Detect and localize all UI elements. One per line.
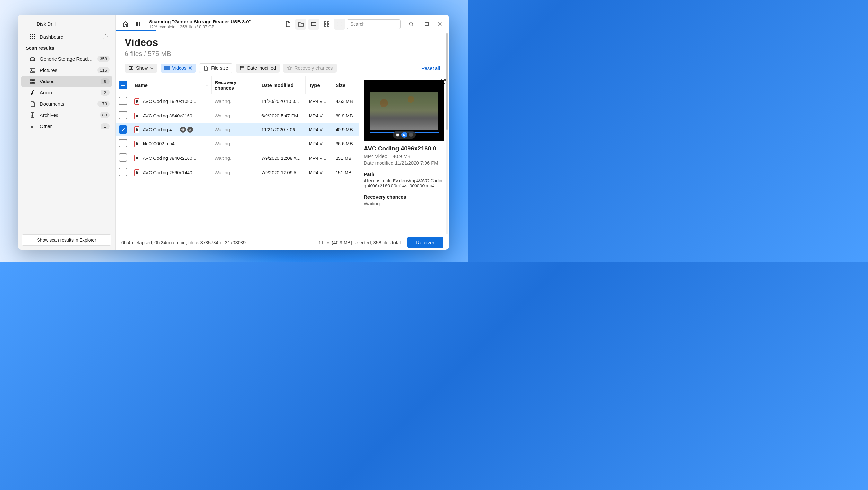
cell-date: 11/21/2020 7:06... [258,123,306,136]
prev-frame-icon[interactable]: ⏮ [396,133,400,137]
document-icon [30,101,35,107]
table-row[interactable]: AVC Coding 3840x2160...Waiting...7/9/202… [116,151,359,165]
svg-point-59 [130,66,131,67]
table-row[interactable]: AVC Coding 3840x2160...Waiting...6/9/202… [116,108,359,123]
play-icon[interactable]: ▶ [401,132,407,138]
svg-rect-8 [34,38,35,39]
sidebar-item-archives[interactable]: Archives 60 [18,109,115,121]
cell-date: 6/9/2020 5:47 PM [258,108,306,123]
row-checkbox[interactable] [119,111,127,119]
cell-size: 89.9 MB [332,108,359,123]
filter-label: Date modified [247,65,276,71]
search-box[interactable] [347,19,401,29]
sidebar: Disk Drill Dashboard Scan results Generi… [18,15,116,250]
show-in-explorer-button[interactable]: Show scan results in Explorer [22,234,112,246]
folder-button[interactable] [296,19,306,30]
minimize-button[interactable] [409,19,419,29]
maximize-button[interactable] [422,19,432,29]
sidebar-item-audio[interactable]: Audio 2 [18,87,115,98]
picture-icon [30,67,35,73]
sidebar-section-title: Scan results [18,42,115,53]
file-name: AVC Coding 1920x1080... [143,99,196,104]
sidebar-item-videos[interactable]: Videos 6 [21,76,112,87]
sidebar-item-label: Generic Storage Reader... [40,56,93,62]
sidebar-item-documents[interactable]: Documents 173 [18,98,115,109]
file-name: AVC Coding 4... [143,127,176,132]
toolbar: Scanning "Generic Storage Reader USB 3.0… [116,15,449,31]
svg-rect-2 [34,34,35,35]
recovery-filter[interactable]: Recovery chances [283,64,337,72]
sidebar-item-dashboard[interactable]: Dashboard [18,31,115,42]
cell-size: 251 MB [332,151,359,165]
hex-icon[interactable]: # [187,127,193,133]
cell-recovery: Waiting... [211,136,258,151]
list-view-button[interactable] [308,19,319,30]
sidebar-item-device[interactable]: Generic Storage Reader... 358 [18,53,115,65]
filesize-filter[interactable]: File size [199,63,232,73]
row-checkbox[interactable] [119,97,127,105]
panel-toggle-button[interactable] [334,19,345,30]
recover-button[interactable]: Recover [407,237,443,248]
column-recovery[interactable]: Recovery chances [211,76,258,94]
sliders-icon [128,65,133,71]
checkbox-indeterminate[interactable] [119,81,127,89]
search-input[interactable] [350,22,407,27]
scan-subtitle: 12% complete – 358 files / 0.97 GB [149,24,251,29]
pause-button[interactable] [133,19,144,30]
svg-point-14 [103,38,104,38]
table-row[interactable]: file000002.mp4Waiting...–MP4 Vi...36.6 M… [116,136,359,151]
filter-label: Videos [172,65,186,71]
sidebar-item-pictures[interactable]: Pictures 116 [18,65,115,76]
videos-filter[interactable]: Videos [161,64,196,72]
svg-rect-6 [30,38,31,39]
reset-all-link[interactable]: Reset all [421,65,440,71]
spinner-icon [102,34,108,39]
sidebar-item-other[interactable]: Other 1 [18,121,115,132]
svg-rect-1 [32,34,33,35]
show-filter[interactable]: Show [125,64,157,72]
main-area: Scanning "Generic Storage Reader USB 3.0… [116,15,449,250]
filter-label: Show [136,65,148,71]
page-subtitle: 6 files / 575 MB [125,50,440,58]
svg-rect-3 [30,36,31,37]
count-badge: 116 [97,67,110,73]
table-row[interactable]: AVC Coding 4...👁#Waiting...11/21/2020 7:… [116,123,359,136]
cell-recovery: Waiting... [211,151,258,165]
table-row[interactable]: AVC Coding 1920x1080...Waiting...11/20/2… [116,94,359,109]
file-button[interactable] [283,19,293,30]
next-frame-icon[interactable]: ⏭ [409,133,413,137]
count-badge: 358 [97,56,110,62]
table-row[interactable]: AVC Coding 2560x1440...Waiting...7/9/202… [116,165,359,180]
count-badge: 1 [100,123,110,129]
scrollbar[interactable] [446,33,448,234]
select-all-header[interactable] [116,76,131,94]
sidebar-item-label: Archives [40,112,95,118]
clear-filter-icon[interactable] [189,66,192,70]
preview-thumbnail[interactable]: ⏮ ▶ ⏭ [364,80,444,141]
count-badge: 6 [100,78,110,85]
column-name[interactable]: Name↓ [131,76,211,94]
svg-point-17 [33,60,34,60]
count-badge: 173 [97,101,110,107]
row-checkbox[interactable] [119,139,127,147]
menu-icon[interactable] [26,22,31,26]
sidebar-item-label: Other [40,124,96,129]
column-type[interactable]: Type [305,76,332,94]
preview-path: \Reconstructed\Videos\mp4\AVC Coding 409… [364,178,444,188]
row-checkbox[interactable] [119,153,127,162]
preview-title: AVC Coding 4096x2160 0... [364,145,444,152]
datemod-filter[interactable]: Date modified [236,64,280,72]
cell-type: MP4 Vi... [305,108,332,123]
svg-rect-31 [32,116,33,117]
column-date[interactable]: Date modified [258,76,306,94]
row-checkbox[interactable] [119,126,127,134]
preview-icon[interactable]: 👁 [180,127,186,133]
grid-view-button[interactable] [321,19,332,30]
close-button[interactable] [435,19,444,29]
column-size[interactable]: Size [332,76,359,94]
cell-recovery: Waiting... [211,123,258,136]
audio-icon [30,90,35,96]
home-button[interactable] [120,19,131,30]
row-checkbox[interactable] [119,168,127,176]
sidebar-item-label: Videos [40,78,96,84]
